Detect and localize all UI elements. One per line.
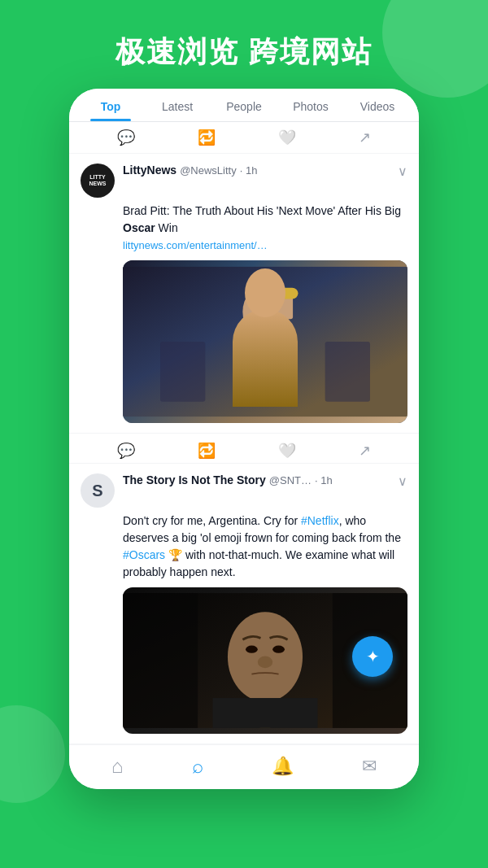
tweet-1-actions: 💬 🔁 🤍 ↗ [69, 434, 419, 464]
tweet-2-time: · 1h [315, 474, 333, 486]
tweet-1-share-icon[interactable]: ↗ [359, 442, 371, 460]
tweet-1: LITTYNEWS LittyNews @NewsLitty · 1h ∨ Br… [69, 154, 419, 434]
nav-notifications-icon[interactable]: 🔔 [272, 756, 294, 777]
svg-rect-15 [213, 698, 318, 728]
svg-rect-7 [160, 342, 205, 402]
tweet-1-more[interactable]: ∨ [398, 164, 407, 179]
compose-icon: ✦ [366, 647, 380, 666]
tweet-2-text: Don't cry for me, Argentina. Cry for #Ne… [81, 513, 407, 581]
svg-point-13 [258, 656, 272, 668]
tab-photos[interactable]: Photos [277, 89, 344, 121]
tweet-2-avatar: S [81, 473, 115, 508]
svg-point-12 [272, 646, 285, 653]
tweet-1-avatar: LITTYNEWS [81, 164, 115, 198]
svg-point-1 [242, 286, 287, 338]
nav-home-icon[interactable]: ⌂ [111, 755, 124, 778]
like-icon[interactable]: 🤍 [278, 129, 296, 146]
nav-search-icon[interactable]: ⌕ [192, 755, 203, 778]
svg-rect-4 [279, 288, 298, 299]
svg-rect-16 [123, 593, 198, 728]
reply-icon[interactable]: 💬 [117, 129, 135, 146]
tweet-1-author-name: LittyNews [123, 164, 176, 177]
tab-people[interactable]: People [211, 89, 277, 121]
tweet-2-hashtag-netflix[interactable]: #Netflix [301, 514, 339, 527]
nav-messages-icon[interactable]: ✉ [362, 756, 377, 777]
tweet-1-meta: LittyNews @NewsLitty · 1h [123, 164, 390, 177]
tweet-2-more[interactable]: ∨ [398, 473, 407, 489]
svg-rect-2 [239, 333, 291, 400]
tab-bar: Top Latest People Photos Videos [69, 89, 419, 122]
tweet-2-author-line: The Story Is Not The Story @SNT… · 1h [123, 473, 390, 486]
tweet-2-image: ✦ [123, 587, 407, 734]
action-bar: 💬 🔁 🤍 ↗ [69, 122, 419, 154]
phone-mockup: Top Latest People Photos Videos 💬 🔁 🤍 ↗ … [69, 89, 419, 789]
tweet-1-author-line: LittyNews @NewsLitty · 1h [123, 164, 390, 177]
tab-top[interactable]: Top [77, 89, 144, 121]
tweet-1-image [123, 260, 407, 423]
tweet-1-author-handle: @NewsLitty [180, 164, 237, 177]
svg-rect-8 [325, 342, 370, 402]
tweet-1-image-content [123, 260, 407, 423]
tweet-2: S The Story Is Not The Story @SNT… · 1h … [69, 464, 419, 744]
compose-fab[interactable]: ✦ [352, 636, 393, 677]
tweet-2-meta: The Story Is Not The Story @SNT… · 1h [123, 473, 390, 486]
tweet-2-header: S The Story Is Not The Story @SNT… · 1h … [81, 473, 407, 508]
tab-latest[interactable]: Latest [144, 89, 211, 121]
bottom-nav: ⌂ ⌕ 🔔 ✉ [69, 744, 419, 789]
svg-point-11 [246, 646, 258, 653]
tweet-1-text: Brad Pitt: The Truth About His 'Next Mov… [81, 203, 407, 254]
tweet-1-retweet-icon[interactable]: 🔁 [198, 442, 216, 460]
tweet-2-author-handle: @SNT… [269, 474, 312, 486]
tweet-1-header: LITTYNEWS LittyNews @NewsLitty · 1h ∨ [81, 164, 407, 198]
tweet-2-hashtag-oscars[interactable]: #Oscars [123, 548, 165, 561]
retweet-icon[interactable]: 🔁 [198, 129, 216, 146]
tweet-1-like-icon[interactable]: 🤍 [278, 442, 296, 460]
svg-marker-6 [265, 338, 277, 348]
share-icon[interactable]: ↗ [359, 129, 371, 146]
tweet-2-author-name: The Story Is Not The Story [123, 473, 266, 486]
svg-marker-5 [254, 338, 265, 348]
tweet-1-time: · 1h [240, 164, 258, 177]
tweet-1-reply-icon[interactable]: 💬 [117, 442, 135, 460]
tweet-1-bold: Oscar [123, 221, 155, 234]
tweet-1-link[interactable]: littynews.com/entertainment/… [123, 239, 268, 251]
tab-videos[interactable]: Videos [344, 89, 411, 121]
bg-decoration-bottom [0, 705, 65, 803]
